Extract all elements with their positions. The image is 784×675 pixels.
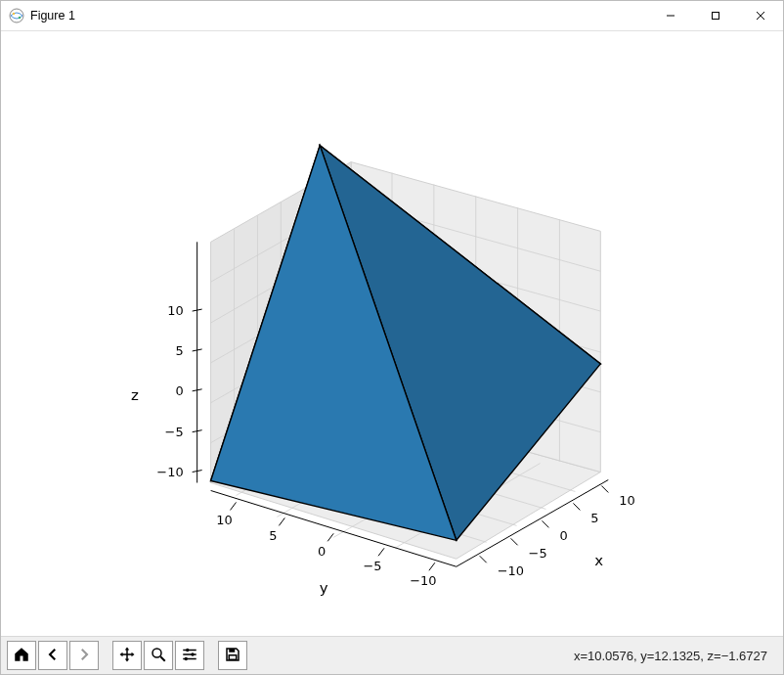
z-tick-label: −10 [156, 465, 183, 479]
z-tick-label: 10 [167, 303, 183, 318]
home-icon [13, 646, 30, 666]
save-icon [224, 646, 241, 666]
svg-point-59 [152, 649, 161, 657]
svg-line-49 [231, 502, 237, 510]
configure-button[interactable] [175, 641, 204, 670]
svg-rect-67 [229, 649, 235, 652]
x-axis-label: x [594, 552, 603, 569]
z-tick-label: 0 [175, 383, 183, 398]
move-icon [118, 646, 136, 666]
save-button[interactable] [218, 641, 247, 670]
window-title: Figure 1 [30, 9, 75, 22]
z-tick-label: −5 [165, 425, 184, 439]
svg-rect-68 [229, 654, 237, 659]
y-axis-label: y [320, 579, 328, 597]
titlebar: Figure 1 [1, 1, 783, 31]
svg-point-1 [13, 13, 15, 15]
home-button[interactable] [7, 641, 36, 670]
sliders-icon [181, 646, 198, 666]
svg-point-64 [191, 652, 194, 655]
svg-point-2 [19, 17, 21, 19]
arrow-right-icon [75, 646, 93, 666]
close-button[interactable] [738, 1, 783, 30]
y-tick-label: 10 [216, 513, 232, 527]
y-tick-label: 5 [269, 528, 277, 543]
svg-line-57 [573, 503, 580, 510]
maximize-button[interactable] [693, 1, 738, 30]
cursor-coords: x=10.0576, y=12.1325, z=−1.6727 [574, 649, 777, 663]
back-button[interactable] [38, 641, 67, 670]
app-icon [9, 8, 24, 23]
svg-point-66 [185, 656, 188, 659]
zoom-button[interactable] [144, 641, 173, 670]
svg-line-51 [327, 533, 333, 541]
svg-line-56 [543, 520, 549, 527]
svg-point-0 [10, 9, 23, 22]
z-tick-label: 5 [175, 343, 183, 358]
x-tick-label: −10 [498, 563, 524, 578]
z-axis-label: z [131, 386, 139, 404]
x-tick-label: 0 [559, 528, 567, 543]
svg-line-52 [378, 548, 384, 556]
y-tick-label: −10 [410, 573, 436, 588]
svg-line-54 [480, 556, 487, 562]
svg-line-55 [511, 538, 518, 545]
x-tick-label: −5 [529, 546, 547, 561]
svg-point-62 [186, 648, 189, 651]
y-tick-label: 0 [318, 544, 326, 559]
minimize-button[interactable] [648, 1, 693, 30]
svg-rect-4 [713, 13, 719, 20]
y-tick-label: −5 [364, 559, 382, 573]
plot-canvas[interactable]: −10 −5 0 5 10 z 10 5 0 −5 [1, 31, 783, 636]
svg-line-53 [429, 562, 435, 570]
nav-toolbar: x=10.0576, y=12.1325, z=−1.6727 [1, 636, 783, 674]
x-tick-label: 5 [590, 511, 598, 525]
pan-button[interactable] [112, 641, 142, 670]
forward-button[interactable] [69, 641, 99, 670]
x-tick-label: 10 [619, 493, 634, 508]
svg-line-60 [160, 656, 165, 661]
svg-line-58 [601, 485, 608, 492]
figure-window: Figure 1 [0, 0, 784, 675]
zoom-icon [150, 646, 167, 666]
plot-3d[interactable]: −10 −5 0 5 10 z 10 5 0 −5 [1, 31, 783, 636]
arrow-left-icon [44, 646, 62, 666]
svg-line-50 [279, 518, 284, 525]
z-ticks: −10 −5 0 5 10 z [131, 303, 202, 478]
